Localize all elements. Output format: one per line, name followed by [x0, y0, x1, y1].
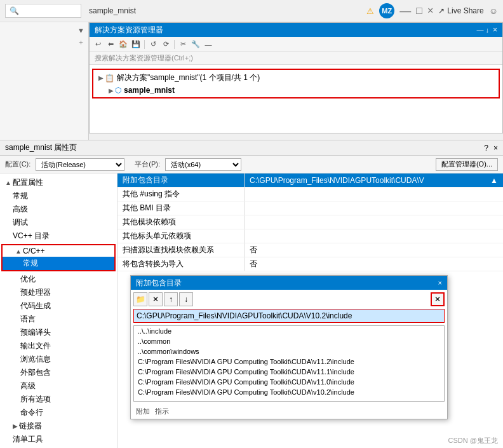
- se-back-btn[interactable]: ↩: [92, 39, 104, 50]
- tree-item-general[interactable]: 常规: [0, 189, 117, 203]
- dialog-path-list[interactable]: ..\..\include ..\common ..\common\window…: [133, 325, 445, 402]
- tree-label-cpp-codegen: 代码生成: [20, 301, 51, 311]
- dialog-path-input[interactable]: [133, 309, 445, 323]
- props-header-key: 附加包含目录: [117, 173, 245, 187]
- se-pin-icon[interactable]: — ↓: [476, 26, 489, 34]
- tree-item-cpp-general[interactable]: 常规: [3, 257, 114, 270]
- se-close-icon[interactable]: ×: [493, 25, 497, 34]
- platform-select[interactable]: 活动(x64): [165, 158, 241, 171]
- maximize-button[interactable]: □: [416, 5, 422, 17]
- tree-item-cpp-output[interactable]: 输出文件: [0, 339, 117, 353]
- tree-item-cpp-cmdline[interactable]: 命令行: [0, 406, 117, 419]
- dialog-content: 📁 ✕ ↑ ↓ ✕ ..\..\include ..\common: [131, 290, 447, 404]
- tree-item-advanced[interactable]: 高级: [0, 203, 117, 216]
- solution-icon: 📋: [105, 74, 114, 83]
- se-home-btn[interactable]: ⬅: [105, 39, 116, 50]
- props-close-btn[interactable]: ×: [493, 144, 498, 153]
- dialog-input-row: [133, 309, 445, 323]
- warning-icon: ⚠: [366, 6, 374, 16]
- tree-item-debug[interactable]: 调试: [0, 216, 117, 229]
- dialog-up-btn[interactable]: ↑: [164, 292, 178, 306]
- props-config-toolbar: 配置(C): 活动(Release) 平台(P): 活动(x64) 配置管理器(…: [0, 156, 503, 173]
- dialog-delete-btn[interactable]: ✕: [431, 292, 445, 306]
- tree-item-cpp[interactable]: ▲ C/C++: [3, 245, 114, 257]
- solution-item[interactable]: ▶ 📋 解决方案"sample_mnist"(1 个项目/共 1 个): [93, 71, 499, 85]
- project-title: sample_mnist: [89, 6, 136, 15]
- props-tree: ▲ 配置属性 常规 高级 调试 VC++ 目录 ▲ C/C++: [0, 173, 117, 448]
- tree-item-cpp-preproc[interactable]: 预处理器: [0, 286, 117, 299]
- props-val-header-units: [245, 229, 503, 243]
- additional-include-dialog: 附加包含目录 × 📁 ✕ ↑ ↓ ✕: [130, 275, 448, 419]
- dialog-footer-label1: 附加: [136, 407, 150, 416]
- tree-label-cpp-pch: 预编译头: [20, 327, 51, 338]
- dialog-add-btn[interactable]: 📁: [133, 292, 147, 306]
- solution-label: 解决方案"sample_mnist"(1 个项目/共 1 个): [117, 72, 260, 83]
- sidebar-collapse-btn[interactable]: ▼: [77, 27, 84, 34]
- config-manager-btn[interactable]: 配置管理器(O)...: [436, 158, 498, 171]
- props-val-using: [245, 187, 503, 201]
- se-search-bar[interactable]: 搜索解决方案资源管理器(Ctrl+;): [90, 52, 502, 65]
- tree-label-cpp-opt: 优化: [20, 274, 36, 285]
- tree-item-cpp-opt[interactable]: 优化: [0, 273, 117, 286]
- tree-item-cpp-all[interactable]: 所有选项: [0, 393, 117, 406]
- tree-label-config: 配置属性: [13, 177, 43, 188]
- props-row-using[interactable]: 其他 #using 指令: [117, 187, 503, 201]
- scroll-up-icon[interactable]: ▲: [490, 176, 498, 185]
- se-refresh-btn[interactable]: ↺: [147, 39, 159, 50]
- tree-label-cpp-cmdline: 命令行: [20, 407, 43, 418]
- tree-item-cpp-browser[interactable]: 浏览信息: [0, 353, 117, 366]
- toolbar-sep2: [174, 40, 175, 49]
- minimize-button[interactable]: —: [399, 4, 411, 18]
- tree-item-vc-dirs[interactable]: VC++ 目录: [0, 229, 117, 243]
- tree-item-cpp-lang[interactable]: 语言: [0, 313, 117, 326]
- se-minimize-btn[interactable]: —: [203, 39, 214, 50]
- tree-item-cpp-extern[interactable]: 外部包含: [0, 366, 117, 379]
- props-row-bmi[interactable]: 其他 BMI 目录: [117, 201, 503, 215]
- tree-label-cpp-preproc: 预处理器: [20, 287, 51, 298]
- tree-label-advanced: 高级: [13, 204, 28, 215]
- se-content: ▶ 📋 解决方案"sample_mnist"(1 个项目/共 1 个) ▶ ⬡ …: [90, 65, 502, 102]
- props-row-convert[interactable]: 将包含转换为导入 否: [117, 257, 503, 271]
- props-table: 附加包含目录 C:\GPU\Program_Files\NVIDIAGPUToo…: [117, 173, 503, 271]
- se-sync-btn[interactable]: ⟳: [160, 39, 171, 50]
- sidebar-add-btn[interactable]: ＋: [77, 37, 84, 47]
- tree-item-linker[interactable]: ▶ 链接器: [0, 419, 117, 433]
- tree-item-cpp-codegen[interactable]: 代码生成: [0, 299, 117, 313]
- list-item-2[interactable]: ..\common\windows: [134, 346, 444, 356]
- tree-item-manifest[interactable]: 清单工具: [0, 433, 117, 446]
- props-row-header-units[interactable]: 其他标头单元依赖项: [117, 229, 503, 243]
- close-button[interactable]: ×: [427, 5, 433, 17]
- project-item[interactable]: ▶ ⬡ sample_mnist: [93, 85, 499, 96]
- list-item-0[interactable]: ..\..\include: [134, 326, 444, 336]
- se-filter-btn[interactable]: ✂: [177, 39, 189, 50]
- list-item-4[interactable]: C:\Program Files\NVIDIA GPU Computing To…: [134, 367, 444, 377]
- list-item-1[interactable]: ..\common: [134, 336, 444, 346]
- tree-label-cpp: C/C++: [23, 247, 45, 255]
- dialog-down-btn[interactable]: ↓: [179, 292, 193, 306]
- dialog-close-btn[interactable]: ×: [438, 279, 442, 287]
- tree-item-config-props[interactable]: ▲ 配置属性: [0, 176, 117, 189]
- title-search-box[interactable]: 🔍: [5, 4, 81, 18]
- se-save-btn[interactable]: 💾: [130, 39, 142, 50]
- dialog-remove-btn[interactable]: ✕: [149, 292, 163, 306]
- tree-arrow-cpp: ▲: [15, 248, 22, 255]
- props-help-btn[interactable]: ?: [484, 144, 488, 153]
- se-house-btn[interactable]: 🏠: [117, 39, 129, 50]
- tree-label-cpp-output: 输出文件: [20, 341, 51, 351]
- list-item-3[interactable]: C:\Program Files\NVIDIA GPU Computing To…: [134, 356, 444, 367]
- se-settings-btn[interactable]: 🔧: [190, 39, 201, 50]
- dialog-toolbar: 📁 ✕ ↑ ↓ ✕: [133, 292, 445, 306]
- tree-item-cpp-adv[interactable]: 高级: [0, 379, 117, 393]
- props-row-module-deps[interactable]: 其他模块依赖项: [117, 215, 503, 229]
- tree-label-linker: 链接器: [19, 421, 42, 431]
- config-select[interactable]: 活动(Release): [36, 158, 124, 171]
- live-share-button[interactable]: ↗ Live Share: [438, 6, 483, 15]
- props-row-scan-module[interactable]: 扫描源以查找模块依赖关系 否: [117, 243, 503, 257]
- list-item-6[interactable]: C:\Program Files\NVIDIA GPU Computing To…: [134, 387, 444, 397]
- feedback-icon[interactable]: ☺: [489, 6, 498, 16]
- props-header-val: C:\GPU\Program_Files\NVIDIAGPUToolkit\CU…: [245, 173, 503, 187]
- list-item-5[interactable]: C:\Program Files\NVIDIA GPU Computing To…: [134, 377, 444, 387]
- tree-item-cpp-pch[interactable]: 预编译头: [0, 326, 117, 339]
- props-header-row: 附加包含目录 C:\GPU\Program_Files\NVIDIAGPUToo…: [117, 173, 503, 187]
- props-val-module-deps: [245, 215, 503, 229]
